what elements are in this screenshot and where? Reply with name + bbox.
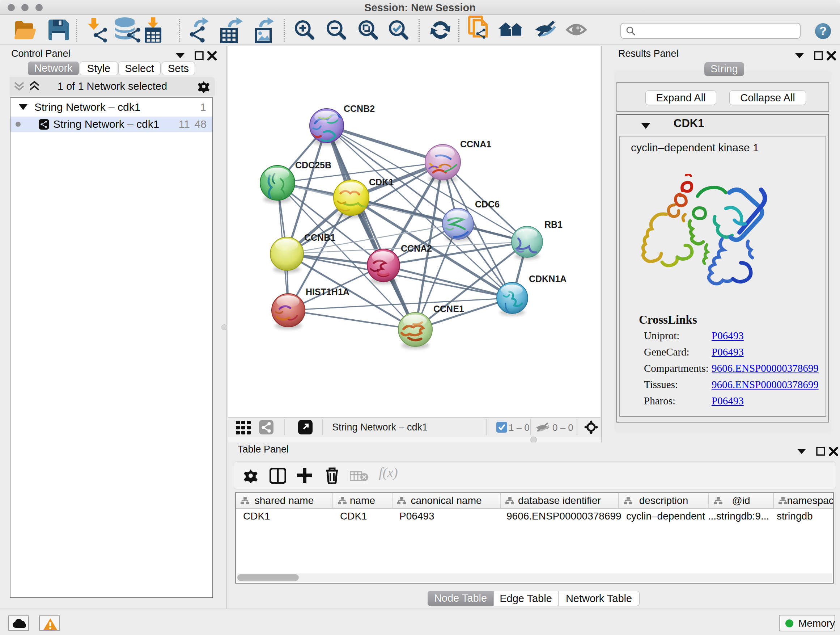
svg-text:CDC6: CDC6 (475, 199, 500, 209)
svg-text:HIST1H1A: HIST1H1A (306, 287, 349, 297)
svg-text:RB1: RB1 (545, 219, 562, 230)
svg-text:CDC25B: CDC25B (295, 160, 332, 170)
svg-text:CCNA2: CCNA2 (401, 243, 432, 253)
svg-text:CCNB1: CCNB1 (304, 233, 335, 242)
svg-text:CDKN1A: CDKN1A (529, 274, 567, 284)
svg-text:CCNE1: CCNE1 (433, 304, 464, 314)
svg-text:CDK1: CDK1 (369, 177, 393, 187)
svg-text:CCNB2: CCNB2 (344, 103, 375, 114)
svg-text:CCNA1: CCNA1 (460, 139, 491, 149)
